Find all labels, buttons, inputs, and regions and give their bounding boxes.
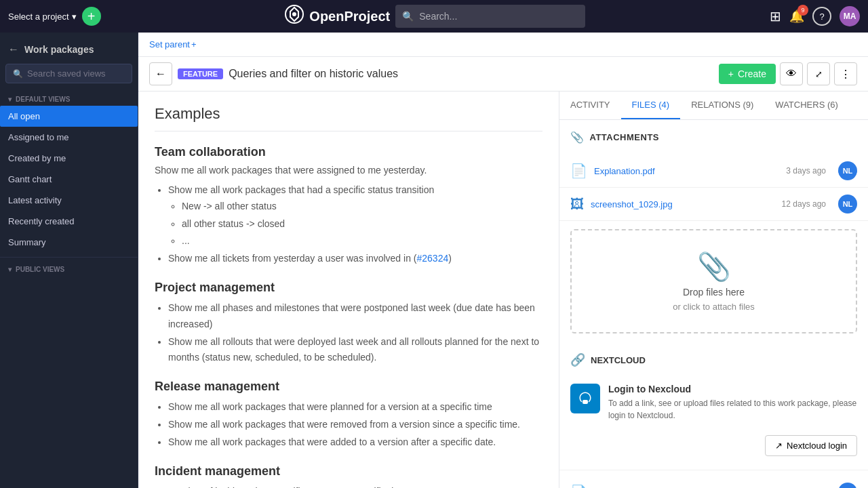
global-search-bar[interactable]: 🔍 bbox=[395, 5, 585, 28]
more-options-button[interactable]: ⋮ bbox=[834, 62, 857, 85]
section-team-collab-title: Team collaboration bbox=[155, 145, 542, 159]
content-area: Examples Team collaboration Show me all … bbox=[138, 92, 559, 488]
panel-content: 📎 ATTACHMENTS 📄 Explanation.pdf 3 days a… bbox=[559, 120, 868, 488]
panel-tabs: ACTIVITY FILES (4) RELATIONS (9) WATCHER… bbox=[559, 92, 868, 120]
divider bbox=[559, 470, 868, 470]
create-button[interactable]: + Create bbox=[719, 64, 776, 84]
attachment-row-jpg: 🖼 screenshot_1029.jpg 12 days ago NL bbox=[559, 188, 868, 221]
attachment-pdf-date: 3 days ago bbox=[786, 166, 826, 176]
attachment-explanation-pdf[interactable]: Explanation.pdf bbox=[594, 166, 779, 176]
global-search-input[interactable] bbox=[419, 11, 568, 22]
external-link-icon: ↗ bbox=[775, 441, 783, 451]
right-panel: ACTIVITY FILES (4) RELATIONS (9) WATCHER… bbox=[559, 92, 868, 488]
nextcloud-icon bbox=[570, 384, 600, 413]
paperclip-drop-icon: 📎 bbox=[697, 251, 731, 283]
paperclip-icon: 📎 bbox=[570, 131, 585, 144]
chevron-icon: ▾ bbox=[8, 96, 12, 103]
bell-icon[interactable]: 🔔 9 bbox=[789, 9, 804, 24]
create-plus-icon: + bbox=[728, 68, 734, 79]
section-incident-mgmt-title: Incident management bbox=[155, 464, 542, 479]
back-button[interactable]: ← bbox=[149, 62, 172, 85]
set-parent-plus-icon: + bbox=[191, 39, 197, 49]
pdf-file-icon: 📄 bbox=[570, 163, 587, 179]
resize-icon: ⤢ bbox=[815, 69, 823, 79]
default-views-label[interactable]: ▾ DEFAULT VIEWS bbox=[0, 92, 138, 106]
chevron-icon-public: ▾ bbox=[8, 266, 12, 273]
attachment-screenshot-jpg[interactable]: screenshot_1029.jpg bbox=[591, 199, 775, 209]
sidebar-search-box[interactable]: 🔍 bbox=[5, 64, 132, 83]
nextcloud-link-icon: 🔗 bbox=[570, 352, 585, 367]
attachment-row-pdf: 📄 Explanation.pdf 3 days ago NL bbox=[559, 155, 868, 188]
resize-button[interactable]: ⤢ bbox=[807, 62, 830, 85]
tab-relations[interactable]: RELATIONS (9) bbox=[680, 92, 764, 119]
attachment-row-pdf-bottom: 📄 Explanation.pdf 2 months ago NL bbox=[559, 476, 868, 488]
nav-left: Select a project ▾ + bbox=[8, 7, 101, 26]
project-mgmt-list: Show me all phases and milestones that w… bbox=[168, 300, 542, 366]
nextcloud-login-text: Login to Nexcloud To add a link, see or … bbox=[608, 384, 857, 422]
nextcloud-bottom-row: ↗ Nextcloud login bbox=[570, 435, 857, 456]
main-layout: ← Work packages 🔍 ▾ DEFAULT VIEWS All op… bbox=[0, 33, 868, 488]
search-icon: 🔍 bbox=[402, 11, 414, 22]
sidebar-search-input[interactable] bbox=[27, 68, 125, 79]
set-parent-link[interactable]: Set parent + bbox=[149, 39, 197, 49]
work-package-title: Queries and filter on historic values bbox=[229, 68, 713, 80]
sidebar-item-latest-activity[interactable]: Latest activity bbox=[0, 190, 138, 211]
logo-icon bbox=[285, 5, 304, 28]
top-navigation: Select a project ▾ + OpenProject 🔍 ⊞ 🔔 9… bbox=[0, 0, 868, 33]
view-button[interactable]: 👁 bbox=[780, 62, 803, 85]
add-project-button[interactable]: + bbox=[82, 7, 101, 26]
sidebar-back-header[interactable]: ← Work packages bbox=[0, 33, 138, 61]
project-selector[interactable]: Select a project ▾ bbox=[8, 12, 77, 22]
project-selector-label: Select a project bbox=[8, 12, 69, 22]
tab-watchers[interactable]: WATCHERS (6) bbox=[764, 92, 848, 119]
main-content: Set parent + ← FEATURE Queries and filte… bbox=[138, 33, 868, 488]
sidebar-search-icon: 🔍 bbox=[13, 69, 23, 79]
tab-activity[interactable]: ACTIVITY bbox=[559, 92, 621, 119]
svg-point-1 bbox=[292, 12, 296, 16]
drop-files-subtext: or click to attach files bbox=[673, 302, 755, 312]
nextcloud-header: 🔗 NEXTCLOUD bbox=[559, 342, 868, 375]
image-file-icon: 🖼 bbox=[570, 197, 584, 212]
sidebar-item-all-open[interactable]: All open bbox=[0, 106, 138, 127]
notification-badge: 9 bbox=[797, 5, 808, 16]
help-icon[interactable]: ? bbox=[812, 7, 831, 26]
avatar[interactable]: MA bbox=[840, 6, 860, 26]
sidebar-item-assigned-to-me[interactable]: Assigned to me bbox=[0, 127, 138, 148]
ticket-link[interactable]: #26324 bbox=[416, 253, 448, 264]
team-collab-list: Show me all work packages that had a spe… bbox=[168, 182, 542, 267]
split-view: Examples Team collaboration Show me all … bbox=[138, 92, 868, 488]
sidebar-item-gantt-chart[interactable]: Gantt chart bbox=[0, 169, 138, 190]
nextcloud-login-section: Login to Nexcloud To add a link, see or … bbox=[559, 375, 868, 464]
sidebar-item-recently-created[interactable]: Recently created bbox=[0, 211, 138, 232]
grid-icon[interactable]: ⊞ bbox=[770, 8, 781, 24]
sidebar-item-summary[interactable]: Summary bbox=[0, 232, 138, 253]
content-title: Examples bbox=[155, 105, 542, 131]
more-icon: ⋮ bbox=[840, 68, 851, 81]
nextcloud-login-box: Login to Nexcloud To add a link, see or … bbox=[570, 375, 857, 430]
sidebar-section-title: Work packages bbox=[24, 44, 94, 55]
team-collab-desc: Show me all work packages that were assi… bbox=[155, 165, 542, 176]
sidebar-item-created-by-me[interactable]: Created by me bbox=[0, 148, 138, 169]
svg-rect-2 bbox=[583, 400, 588, 404]
section-release-mgmt-title: Release management bbox=[155, 380, 542, 394]
breadcrumb-toolbar: Set parent + bbox=[138, 33, 868, 57]
section-project-mgmt-title: Project management bbox=[155, 281, 542, 295]
chevron-down-icon: ▾ bbox=[72, 12, 77, 22]
attachments-header: 📎 ATTACHMENTS bbox=[559, 120, 868, 155]
file-drop-zone[interactable]: 📎 Drop files here or click to attach fil… bbox=[570, 229, 857, 333]
app-logo-text: OpenProject bbox=[309, 9, 390, 24]
feature-badge: FEATURE bbox=[178, 68, 223, 79]
public-views-label[interactable]: ▾ PUBLIC VIEWS bbox=[0, 262, 138, 276]
attachment-jpg-avatar: NL bbox=[838, 195, 857, 214]
toolbar-actions: + Create 👁 ⤢ ⋮ bbox=[719, 62, 857, 85]
tab-files[interactable]: FILES (4) bbox=[621, 92, 681, 119]
release-mgmt-list: Show me all work packages that were plan… bbox=[168, 399, 542, 450]
back-arrow-icon: ← bbox=[155, 68, 166, 80]
attachment-pdf-bottom-avatar: NL bbox=[838, 483, 857, 488]
incident-mgmt-list: Number of incidents in a specific status… bbox=[168, 484, 542, 488]
nextcloud-login-button[interactable]: ↗ Nextcloud login bbox=[765, 435, 857, 456]
work-package-toolbar: ← FEATURE Queries and filter on historic… bbox=[138, 57, 868, 92]
pdf-file-icon-bottom: 📄 bbox=[570, 484, 587, 488]
eye-icon: 👁 bbox=[786, 68, 797, 80]
sidebar: ← Work packages 🔍 ▾ DEFAULT VIEWS All op… bbox=[0, 33, 138, 488]
